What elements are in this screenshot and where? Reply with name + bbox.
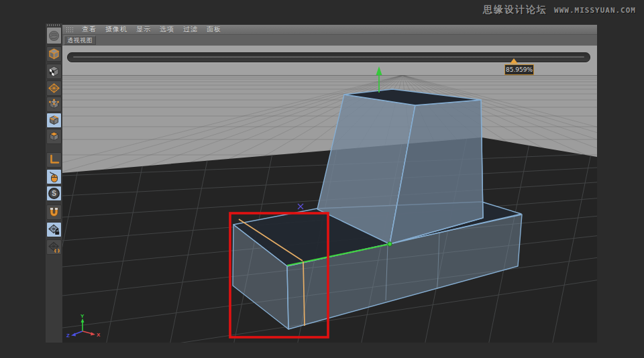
axis-l-glyph: [47, 153, 61, 167]
polygons-mode-icon[interactable]: [46, 129, 62, 144]
menu-item-panel[interactable]: 面板: [207, 25, 221, 34]
toolbar-grab-handle[interactable]: [47, 24, 61, 26]
slider-groove: [73, 56, 584, 58]
magnet-glyph: [47, 205, 61, 219]
watermark-site-name: 思缘设计论坛: [483, 4, 547, 16]
workplane-mode-icon[interactable]: [46, 80, 62, 96]
menu-item-camera[interactable]: 摄像机: [105, 25, 127, 34]
s-letter: S: [52, 190, 56, 197]
viewport-canvas[interactable]: Y X Z: [62, 46, 597, 343]
menu-item-options[interactable]: 选项: [160, 25, 174, 34]
edges-cube-glyph: [47, 113, 61, 127]
gizmo-x-label: X: [97, 332, 101, 338]
model-mode-icon[interactable]: [46, 46, 62, 62]
texture-mode-icon[interactable]: [46, 64, 62, 79]
menu-item-display[interactable]: 显示: [136, 25, 151, 34]
workplane-lock-glyph: [47, 223, 61, 237]
edges-mode-icon[interactable]: [46, 113, 62, 128]
perspective-view-tab[interactable]: 透视视图: [64, 36, 96, 45]
workplane-rotate-icon[interactable]: [46, 239, 62, 255]
selected-vertex-dot[interactable]: [388, 242, 392, 246]
viewport-panel: 查看 摄像机 显示 选项 过滤 面板 透视视图: [62, 25, 597, 343]
active-tool-glyph: [47, 29, 61, 43]
s-circle-glyph: S: [47, 186, 61, 200]
app-window: 思缘设计论坛 WWW.MISSYUAN.COM: [0, 0, 644, 358]
texture-cube-glyph: [47, 64, 61, 78]
viewport-menubar: 查看 摄像机 显示 选项 过滤 面板: [62, 25, 597, 35]
mouse-mode-icon[interactable]: [46, 169, 62, 184]
gizmo-z-label: Z: [66, 333, 70, 339]
active-tool-icon[interactable]: [46, 27, 62, 44]
workplane-lock-icon[interactable]: [46, 222, 62, 237]
watermark: 思缘设计论坛 WWW.MISSYUAN.COM: [483, 4, 636, 16]
axis-mode-icon[interactable]: [46, 152, 62, 168]
points-mode-icon[interactable]: [46, 97, 62, 112]
menu-item-view[interactable]: 查看: [82, 25, 97, 34]
workplane-rotate-glyph: [47, 240, 61, 254]
slider-marker-triangle[interactable]: [510, 58, 518, 64]
slider-value-tooltip: 85.959%: [504, 64, 534, 75]
viewport-tabrow: 透视视图: [62, 35, 597, 46]
model-cube-glyph: [47, 47, 61, 61]
workplane-grid-glyph: [47, 81, 61, 95]
mouse-glyph: [47, 170, 61, 184]
scene-svg: Y X Z: [62, 46, 597, 343]
menu-item-filter[interactable]: 过滤: [183, 25, 198, 34]
watermark-site-url: WWW.MISSYUAN.COM: [554, 6, 636, 15]
snap-s-icon[interactable]: S: [46, 186, 62, 201]
polygons-cube-glyph: [47, 129, 61, 143]
menu-grip-icon[interactable]: [66, 27, 73, 33]
points-cube-glyph: [47, 97, 61, 111]
gizmo-y-label: Y: [80, 313, 85, 319]
mode-toolbar: S: [46, 23, 63, 343]
magnet-snap-icon[interactable]: [46, 204, 62, 220]
